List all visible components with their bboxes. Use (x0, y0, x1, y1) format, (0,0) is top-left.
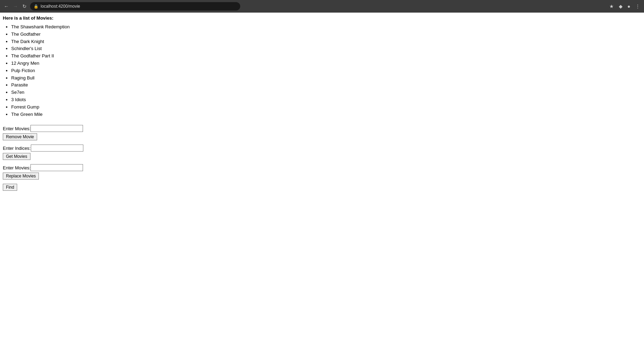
lock-icon: 🔒 (34, 4, 39, 9)
get-movies-section: Enter Indices: Get Movies (3, 145, 641, 160)
find-button[interactable]: Find (3, 184, 17, 191)
back-button[interactable]: ← (3, 3, 10, 10)
address-bar[interactable]: 🔒 localhost:4200/movie (30, 2, 240, 10)
list-item: Schindler's List (11, 45, 641, 52)
replace-movies-input[interactable] (30, 164, 83, 171)
browser-actions: ★ ◆ ● ⋮ (608, 2, 641, 10)
bookmark-icon[interactable]: ★ (608, 2, 615, 10)
list-item: The Dark Knight (11, 38, 641, 46)
replace-movies-button[interactable]: Replace Movies (3, 173, 39, 180)
list-item: Parasite (11, 82, 641, 89)
indices-input[interactable] (31, 145, 83, 152)
menu-icon[interactable]: ⋮ (634, 2, 641, 10)
browser-chrome: ← → ↻ 🔒 localhost:4200/movie ★ ◆ ● ⋮ (0, 0, 644, 13)
list-item: The Godfather Part II (11, 52, 641, 60)
list-item: The Shawshank Redemption (11, 23, 641, 31)
list-item: Forrest Gump (11, 104, 641, 111)
remove-movie-button[interactable]: Remove Movie (3, 133, 37, 140)
movies-list: The Shawshank RedemptionThe GodfatherThe… (3, 23, 641, 118)
list-item: 3 Idiots (11, 96, 641, 104)
list-item: Pulp Fiction (11, 67, 641, 75)
remove-movie-section: Enter Movies: Remove Movie (3, 125, 641, 140)
page-title: Here is a list of Movies: (3, 15, 641, 21)
forward-button[interactable]: → (12, 3, 19, 10)
profile-icon[interactable]: ● (626, 2, 631, 10)
list-item: Raging Bull (11, 75, 641, 82)
remove-movies-label: Enter Movies: (3, 126, 30, 131)
reload-button[interactable]: ↻ (21, 3, 28, 10)
find-section: Find (3, 184, 641, 191)
get-movies-button[interactable]: Get Movies (3, 153, 30, 160)
url-text: localhost:4200/movie (41, 4, 237, 9)
list-item: The Green Mile (11, 111, 641, 118)
replace-movies-row: Enter Movies: (3, 164, 641, 171)
list-item: The Godfather (11, 31, 641, 38)
list-item: Se7en (11, 89, 641, 96)
replace-movies-section: Enter Movies: Replace Movies (3, 164, 641, 180)
indices-row: Enter Indices: (3, 145, 641, 152)
remove-movies-input[interactable] (30, 125, 83, 132)
extensions-icon[interactable]: ◆ (618, 2, 624, 10)
list-item: 12 Angry Men (11, 60, 641, 67)
indices-label: Enter Indices: (3, 146, 31, 151)
remove-movie-row: Enter Movies: (3, 125, 641, 132)
replace-movies-label: Enter Movies: (3, 165, 30, 170)
page-content: Here is a list of Movies: The Shawshank … (0, 13, 644, 198)
